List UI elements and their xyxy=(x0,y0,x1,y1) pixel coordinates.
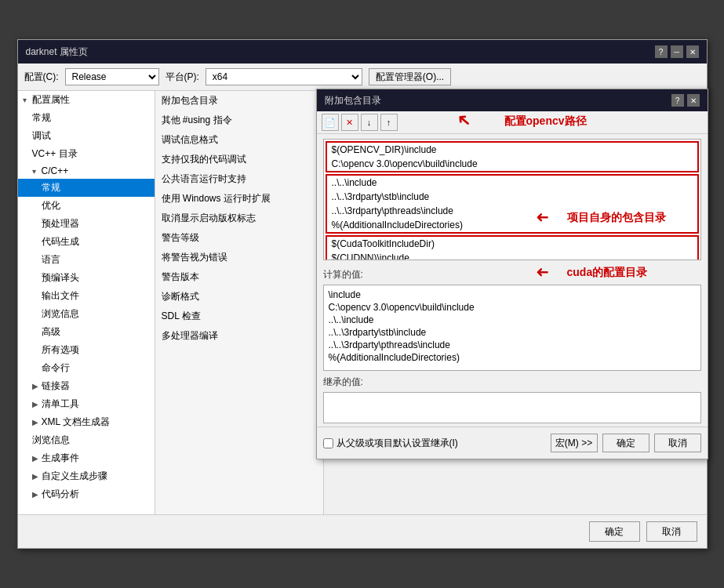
inner-close-btn[interactable]: ✕ xyxy=(687,94,700,107)
path-item-cuda-toolkit[interactable]: $(CudaToolkitIncludeDir) xyxy=(327,237,697,251)
middle-item-sdl[interactable]: SDL 检查 xyxy=(155,307,323,326)
tree-item-label: 输出文件 xyxy=(42,289,79,303)
expand-icon: ▾ xyxy=(23,96,32,104)
tree-item-browse2[interactable]: 浏览信息 xyxy=(18,431,155,449)
tree-item-custom-build[interactable]: ▶ 自定义生成步骤 xyxy=(18,467,155,485)
middle-item-warning-level[interactable]: 警告等级 xyxy=(155,228,323,248)
min-btn[interactable]: ─ xyxy=(671,45,683,58)
tree-item-linker[interactable]: ▶ 链接器 xyxy=(18,377,155,395)
computed-line-2: C:\opencv 3.0\opencv\build\include xyxy=(327,301,697,314)
inherit-checkbox-label[interactable]: 从父级或项目默认设置继承(I) xyxy=(323,437,458,450)
computed-line-5: ..\..\3rdparty\pthreads\include xyxy=(327,339,697,351)
tree-item-label: 浏览信息 xyxy=(32,434,70,447)
inner-dialog-title: 附加包含目录 xyxy=(325,94,381,107)
tree-item-language[interactable]: 语言 xyxy=(18,251,155,269)
path-item-pthreads[interactable]: ..\..\3rdparty\pthreads\include xyxy=(327,204,697,218)
help-btn[interactable]: ? xyxy=(655,45,668,58)
path-item-opencv-build[interactable]: C:\opencv 3.0\opencv\build\include xyxy=(327,157,697,171)
tree-item-label: 浏览信息 xyxy=(42,307,79,321)
inner-dialog: 附加包含目录 ? ✕ 📄 ✕ ↓ ↑ $(OPENCV_DIR)\include… xyxy=(316,89,708,459)
inner-cancel-btn[interactable]: 取消 xyxy=(654,434,701,452)
main-title-bar: darknet 属性页 ? ─ ✕ xyxy=(18,40,707,64)
middle-item-warning-error[interactable]: 将警告视为错误 xyxy=(155,248,323,267)
tree-item-label: 自定义生成步骤 xyxy=(42,470,107,483)
config-select[interactable]: Release xyxy=(65,68,159,85)
new-line-btn[interactable]: 📄 xyxy=(322,114,339,131)
tree-item-label: 链接器 xyxy=(42,379,70,393)
tree-item-label: 预处理器 xyxy=(42,217,79,230)
macro-btn[interactable]: 宏(M) >> xyxy=(551,434,598,452)
tree-item-label: 调试 xyxy=(32,129,51,143)
main-dialog-title: darknet 属性页 xyxy=(26,45,88,59)
expand-icon: ▶ xyxy=(32,490,42,499)
tree-item-general2[interactable]: 常规 xyxy=(18,179,155,197)
platform-select[interactable]: x64 xyxy=(206,68,362,85)
tree-item-xml-gen[interactable]: ▶ XML 文档生成器 xyxy=(18,413,155,431)
close-btn[interactable]: ✕ xyxy=(686,45,699,58)
computed-line-6: %(AdditionalIncludeDirectories) xyxy=(327,351,697,364)
tree-item-general[interactable]: 常规 xyxy=(18,109,155,127)
middle-item-win-rt[interactable]: 使用 Windows 运行时扩展 xyxy=(155,189,323,209)
config-manager-btn[interactable]: 配置管理器(O)... xyxy=(369,68,451,85)
middle-item-using[interactable]: 其他 #using 指令 xyxy=(155,111,323,130)
move-down-btn[interactable]: ↓ xyxy=(361,114,378,131)
inner-title-bar: 附加包含目录 ? ✕ xyxy=(317,89,708,111)
middle-item-my-code[interactable]: 支持仅我的代码调试 xyxy=(155,150,323,169)
tree-item-label: 常规 xyxy=(42,181,60,194)
path-item-cudnn[interactable]: $(CUDNN)\include xyxy=(327,251,697,260)
tree-item-cmdline[interactable]: 命令行 xyxy=(18,359,155,377)
path-item-additional[interactable]: %(AdditionalIncludeDirectories) xyxy=(327,218,697,232)
path-item-include[interactable]: ..\..\include xyxy=(327,176,697,190)
tree-item-label: 常规 xyxy=(32,111,51,125)
delete-btn[interactable]: ✕ xyxy=(341,114,358,131)
middle-item-include-dirs[interactable]: 附加包含目录 xyxy=(155,91,323,111)
path-item-opencv-dir[interactable]: $(OPENCV_DIR)\include xyxy=(327,143,697,157)
inner-bottom: 从父级或项目默认设置继承(I) 宏(M) >> 确定 取消 xyxy=(317,426,708,459)
config-label: 配置(C): xyxy=(24,71,59,84)
cancel-btn[interactable]: 取消 xyxy=(646,521,697,542)
middle-item-mp[interactable]: 多处理器编译 xyxy=(155,326,323,346)
tree-item-c-cpp[interactable]: ▾ C/C++ xyxy=(18,163,155,179)
path-item-stb[interactable]: ..\..\3rdparty\stb\include xyxy=(327,190,697,204)
middle-item-clr[interactable]: 公共语言运行时支持 xyxy=(155,169,323,189)
tree-item-optimize[interactable]: 优化 xyxy=(18,197,155,215)
middle-item-copyright[interactable]: 取消显示启动版权标志 xyxy=(155,209,323,228)
tree-item-label: 所有选项 xyxy=(42,343,79,357)
tree-item-label: VC++ 目录 xyxy=(32,147,78,161)
tree-item-debug[interactable]: 调试 xyxy=(18,127,155,145)
inner-toolbar: 📄 ✕ ↓ ↑ xyxy=(317,111,708,134)
tree-item-output[interactable]: 输出文件 xyxy=(18,287,155,305)
tree-item-browse[interactable]: 浏览信息 xyxy=(18,305,155,323)
tree-item-advanced[interactable]: 高级 xyxy=(18,323,155,341)
middle-item-diag[interactable]: 诊断格式 xyxy=(155,287,323,307)
inherit-label-text: 从父级或项目默认设置继承(I) xyxy=(337,437,458,450)
middle-item-debug-format[interactable]: 调试信息格式 xyxy=(155,130,323,150)
expand-icon: ▶ xyxy=(32,418,42,426)
inner-ok-buttons: 宏(M) >> 确定 取消 xyxy=(551,434,701,452)
inherited-label: 继承的值: xyxy=(317,372,708,390)
tree-item-code-gen[interactable]: 代码生成 xyxy=(18,233,155,251)
inner-title-controls: ? ✕ xyxy=(671,94,700,107)
computed-line-1: \include xyxy=(327,289,697,301)
path-group-project: ..\..\include ..\..\3rdparty\stb\include… xyxy=(326,174,699,234)
computed-line-4: ..\..\3rdparty\stb\include xyxy=(327,326,697,339)
middle-item-warning-ver[interactable]: 警告版本 xyxy=(155,267,323,287)
inherit-checkbox[interactable] xyxy=(323,438,333,448)
tree-item-vc-dir[interactable]: VC++ 目录 xyxy=(18,145,155,163)
tree-item-preprocessor[interactable]: 预处理器 xyxy=(18,215,155,233)
inner-help-btn[interactable]: ? xyxy=(671,94,684,107)
computed-label: 计算的值: xyxy=(317,265,708,283)
inner-ok-btn[interactable]: 确定 xyxy=(602,434,649,452)
tree-item-precompiled[interactable]: 预编译头 xyxy=(18,269,155,287)
move-up-btn[interactable]: ↑ xyxy=(380,114,398,131)
ok-btn[interactable]: 确定 xyxy=(589,521,640,542)
tree-item-all-options[interactable]: 所有选项 xyxy=(18,341,155,359)
path-group-cuda: $(CudaToolkitIncludeDir) $(CUDNN)\includ… xyxy=(326,235,699,260)
expand-icon: ▶ xyxy=(32,472,42,481)
platform-label: 平台(P): xyxy=(166,71,199,84)
tree-item-code-analysis[interactable]: ▶ 代码分析 xyxy=(18,485,155,503)
tree-item-label: 清单工具 xyxy=(42,397,79,411)
tree-item-config-props[interactable]: ▾ 配置属性 xyxy=(18,91,155,109)
tree-item-build-events[interactable]: ▶ 生成事件 xyxy=(18,449,155,467)
tree-item-list-tool[interactable]: ▶ 清单工具 xyxy=(18,395,155,413)
